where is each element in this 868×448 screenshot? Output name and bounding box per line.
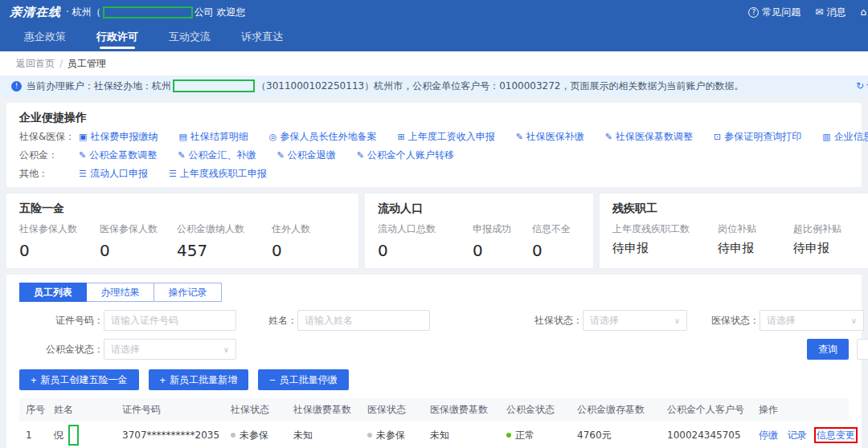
social-status-select[interactable]: 请选择 ∨ (583, 310, 687, 331)
seq-cell: 1 (19, 422, 47, 448)
fund-account-cell: 100024345705 (661, 422, 752, 448)
quick-link-migrant-population-declare[interactable]: ☰流动人口申报 (79, 167, 148, 181)
metric-value: 0 (272, 241, 336, 260)
chevron-down-icon: ∨ (674, 316, 680, 325)
metric-declare-success: 申报成功 0 (473, 222, 532, 260)
field-label: 社保状态： (526, 314, 583, 328)
stats-row: 五险一金 社保参保人数 0 医保参保人数 0 公积金缴纳人数 457 住外人数 … (6, 193, 868, 268)
batch-add-employees-button[interactable]: + 新员工批量新增 (149, 369, 249, 390)
quick-links: ✎公积金基数调整 ✎公积金汇、补缴 ✎公积金退缴 ✎公积金个人账户转移 (79, 149, 454, 162)
record-link[interactable]: 记录 (788, 430, 807, 441)
stat-card-title: 五险一金 (19, 202, 346, 216)
status-text: 未参保 (240, 430, 268, 441)
redaction-box (103, 6, 193, 18)
switch-icon: ↻ (856, 80, 864, 92)
main-nav: 惠企政策 行政许可 互动交流 诉求直达 (0, 24, 868, 51)
minus-icon: − (269, 374, 276, 386)
quick-link-label: 参保人员长住外地备案 (280, 130, 376, 144)
quick-link-salary-income-declare[interactable]: ⊞上年度工资收入申报 (397, 130, 494, 144)
tab-employee-list[interactable]: 员工列表 (19, 283, 87, 302)
fund-status-select[interactable]: 请选择 ∨ (104, 339, 236, 360)
id-number-input[interactable] (104, 310, 236, 331)
quick-link-fund-remit-repay[interactable]: ✎公积金汇、补缴 (178, 149, 256, 162)
quick-link-social-medical-repay[interactable]: ✎社保医保补缴 (516, 130, 584, 144)
metric-label: 社保参保人数 (19, 222, 100, 236)
employee-table: 序号 姓名 证件号码 社保状态 社保缴费基数 医保状态 医保缴费基数 公积金状态… (19, 398, 849, 448)
query-button[interactable]: 查询 (807, 339, 849, 360)
id-number-cell: 3707**********2035 (116, 422, 224, 448)
action-buttons: + 新员工创建五险一金 + 新员工批量新增 − 员工批量停缴 (19, 369, 849, 390)
quick-link-social-fee-declare[interactable]: ▣社保费申报缴纳 (79, 130, 158, 144)
status-text: 正常 (515, 430, 534, 441)
quick-link-label: 公积金汇、补缴 (188, 149, 256, 162)
quick-link-label: 社保医保补缴 (526, 130, 584, 144)
messages-label: 消息 (826, 6, 845, 19)
messages-link[interactable]: ✉ 消息 (815, 6, 845, 19)
quick-link-label: 公积金基数调整 (89, 149, 157, 162)
select-placeholder: 请选择 (767, 314, 796, 328)
nav-item-huiqizhengce[interactable]: 惠企政策 (24, 24, 66, 51)
quick-ops-row-social: 社保&医保： ▣社保费申报缴纳 ▤社保结算明细 ◎参保人员长住外地备案 ⊞上年度… (19, 130, 849, 144)
col-fund-account: 公积金个人客户号 (661, 398, 752, 422)
faq-link[interactable]: ? 常见问题 (748, 6, 800, 19)
metric-label: 医保参保人数 (100, 222, 177, 236)
quick-link-social-medical-base-adjust[interactable]: ✎社保医保基数调整 (605, 130, 693, 144)
metric-value: 0 (19, 241, 100, 260)
quick-operations-panel: 企业便捷操作 社保&医保： ▣社保费申报缴纳 ▤社保结算明细 ◎参保人员长住外地… (6, 103, 862, 187)
quick-link-label: 企业信息变更 (834, 130, 868, 144)
name-input[interactable] (297, 310, 430, 331)
quick-link-label: 上年度残疾职工申报 (180, 167, 267, 181)
quick-link-fund-refund[interactable]: ✎公积金退缴 (276, 149, 335, 162)
chart-icon: ▥ (822, 132, 830, 142)
nav-item-hudongjiaoliu[interactable]: 互动交流 (169, 24, 211, 51)
faq-label: 常见问题 (762, 6, 800, 19)
menu-icon: ☰ (79, 169, 87, 179)
medical-status-select[interactable]: 请选择 ∨ (760, 310, 864, 331)
create-five-insurances-button[interactable]: + 新员工创建五险一金 (19, 369, 139, 390)
quick-link-fund-account-transfer[interactable]: ✎公积金个人账户转移 (357, 149, 454, 162)
header-row: 序号 姓名 证件号码 社保状态 社保缴费基数 医保状态 医保缴费基数 公积金状态… (19, 398, 849, 422)
batch-stop-payment-button[interactable]: − 员工批量停缴 (258, 369, 349, 390)
list-icon: ▤ (178, 132, 186, 142)
nav-item-suqiuzhida[interactable]: 诉求直达 (241, 24, 283, 51)
field-label: 公积金状态： (19, 343, 104, 356)
quick-link-social-settlement-detail[interactable]: ▤社保结算明细 (178, 130, 248, 144)
switch-account-link[interactable]: ↻ 切 (851, 75, 868, 96)
back-home-link[interactable]: 返回首页 (16, 57, 55, 71)
col-actions: 操作 (752, 398, 849, 422)
reset-button[interactable]: 重置 (857, 339, 868, 360)
chevron-down-icon: ∨ (851, 316, 857, 325)
quick-link-disabled-staff-declare[interactable]: ☰上年度残疾职工申报 (169, 167, 267, 181)
print-icon: ⊡ (714, 132, 721, 142)
fund-status-field: 公积金状态： 请选择 ∨ (19, 339, 236, 360)
metric-label: 上年度残疾职工数 (612, 222, 718, 236)
nav-item-xingzhengxuke[interactable]: 行政许可 (96, 24, 138, 51)
metric-label: 申报成功 (473, 222, 532, 236)
table-header: 序号 姓名 证件号码 社保状态 社保缴费基数 医保状态 医保缴费基数 公积金状态… (19, 398, 849, 422)
metric-post-subsidy: 岗位补贴 待申报 (718, 222, 793, 256)
metric-label: 超比例补贴 (793, 222, 868, 236)
id-number-field: 证件号码： (43, 310, 236, 331)
welcome-suffix: 公司 欢迎您 (194, 6, 246, 19)
search-form-row-1: 证件号码： 姓名： 社保状态： 请选择 ∨ 医保状态： 请选择 ∨ (19, 310, 849, 331)
page-title: 员工管理 (68, 57, 106, 71)
info-change-link[interactable]: 信息变更 (817, 430, 855, 441)
quick-link-label: 流动人口申报 (90, 167, 148, 181)
tab-processing-results[interactable]: 办理结果 (87, 283, 154, 302)
quick-link-fund-base-adjust[interactable]: ✎公积金基数调整 (79, 149, 157, 162)
metric-label: 信息不全 (532, 222, 580, 236)
col-social-base: 社保缴费基数 (287, 398, 361, 422)
stop-payment-link[interactable]: 停缴 (759, 430, 778, 441)
quick-link-remote-residence-record[interactable]: ◎参保人员长住外地备案 (269, 130, 377, 144)
stat-card-migrant-population: 流动人口 流动人口总数 0 申报成功 0 信息不全 0 (365, 193, 593, 268)
social-status-cell: 未参保 (224, 422, 287, 448)
metric-info-incomplete: 信息不全 0 (532, 222, 580, 260)
quick-link-company-info-change[interactable]: ▥企业信息变更 (822, 130, 868, 144)
row-label: 公积金： (19, 149, 79, 162)
quick-ops-row-other: 其他： ☰流动人口申报 ☰上年度残疾职工申报 (19, 167, 849, 181)
redaction-box (68, 425, 79, 446)
quick-link-label: 参保证明查询打印 (724, 130, 801, 144)
quick-link-insurance-cert-print[interactable]: ⊡参保证明查询打印 (714, 130, 801, 144)
unit-link[interactable]: ⌂ 单位 (860, 6, 868, 19)
tab-operation-log[interactable]: 操作记录 (154, 283, 222, 302)
